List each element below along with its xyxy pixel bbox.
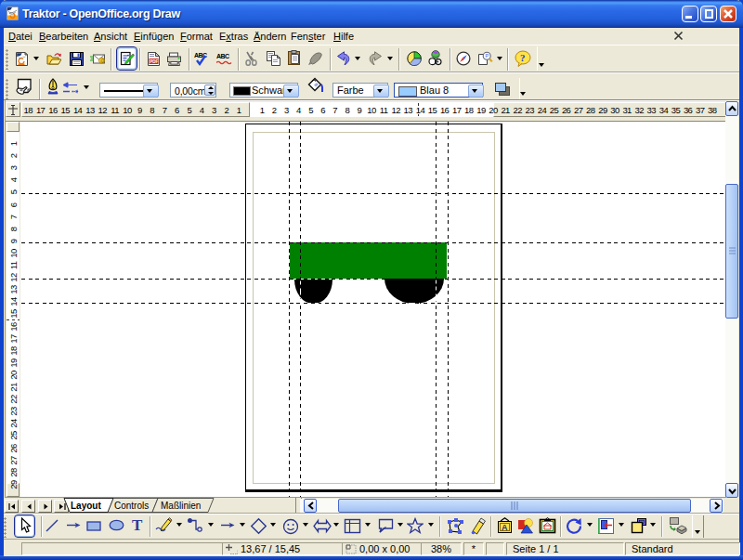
svg-text:@: @ — [100, 58, 105, 63]
svg-text:Layout: Layout — [71, 501, 101, 511]
svg-text:ABC: ABC — [216, 53, 229, 59]
svg-text:Controls: Controls — [114, 501, 149, 511]
svg-text:?: ? — [520, 52, 526, 63]
svg-text:PDF: PDF — [150, 59, 158, 64]
svg-text:T: T — [132, 516, 143, 533]
svg-text:A: A — [502, 523, 508, 532]
svg-text:P: P — [486, 53, 489, 59]
svg-text:Maßlinien: Maßlinien — [161, 501, 201, 511]
